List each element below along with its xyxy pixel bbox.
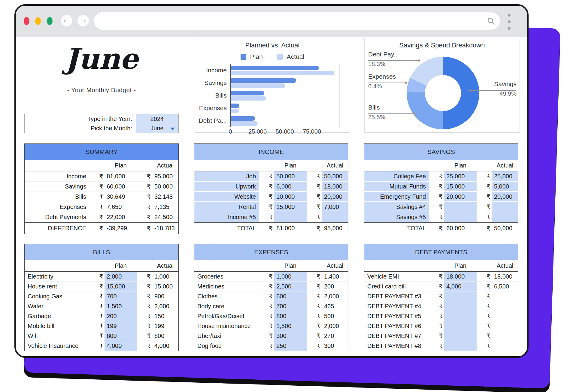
actual-value-cell[interactable]: 15,000 xyxy=(152,282,178,291)
plan-value-cell[interactable] xyxy=(444,301,477,311)
currency-symbol: ₹ xyxy=(307,272,322,281)
actual-value-cell[interactable] xyxy=(492,321,518,331)
currency-symbol: ₹ xyxy=(307,282,322,291)
actual-value-cell[interactable]: 24,500 xyxy=(152,212,178,222)
actual-value-cell[interactable]: 150 xyxy=(152,311,178,321)
actual-value-cell[interactable]: 18,000 xyxy=(322,182,348,191)
actual-value-cell[interactable]: 2,000 xyxy=(322,321,348,331)
plan-value-cell[interactable]: 700 xyxy=(274,301,307,311)
actual-value-cell[interactable] xyxy=(492,331,518,341)
actual-value-cell[interactable]: 5,000 xyxy=(492,182,518,191)
actual-value-cell[interactable]: 270 xyxy=(322,331,348,341)
plan-value-cell[interactable]: 7,650 xyxy=(105,202,137,212)
plan-value-cell[interactable]: 18,000 xyxy=(444,272,477,281)
actual-value-cell[interactable]: 18,000 xyxy=(492,272,518,281)
actual-value-cell[interactable] xyxy=(492,301,518,311)
actual-value-cell[interactable]: 200 xyxy=(322,282,348,291)
plan-value-cell[interactable] xyxy=(444,331,477,341)
plan-value-cell[interactable] xyxy=(444,311,477,321)
actual-column-header: Actual xyxy=(492,262,518,269)
actual-value-cell[interactable] xyxy=(492,341,518,351)
plan-value-cell[interactable]: 300 xyxy=(274,331,307,341)
actual-value-cell[interactable]: 6,500 xyxy=(492,282,518,291)
currency-symbol: ₹ xyxy=(477,192,492,201)
actual-value-cell[interactable] xyxy=(322,212,348,222)
plan-value-cell[interactable]: 15,000 xyxy=(105,282,137,291)
close-window-button[interactable] xyxy=(24,17,29,25)
plan-value-cell[interactable]: 15,000 xyxy=(444,182,477,191)
plan-value-cell[interactable] xyxy=(444,202,477,212)
actual-value-cell[interactable]: 500 xyxy=(322,311,348,321)
actual-value-cell[interactable]: 800 xyxy=(152,331,178,341)
actual-value-cell[interactable]: 2,000 xyxy=(152,301,178,311)
plan-value-cell[interactable]: 1,000 xyxy=(274,272,307,281)
search-icon[interactable] xyxy=(487,17,495,25)
actual-value-cell[interactable]: 7,000 xyxy=(322,202,348,212)
actual-value-cell[interactable]: 2,000 xyxy=(322,291,348,301)
actual-value-cell[interactable] xyxy=(492,291,518,301)
plan-value-cell[interactable]: 2,500 xyxy=(274,282,307,291)
plan-value-cell[interactable]: 81,000 xyxy=(105,171,137,181)
actual-value-cell[interactable]: 4,000 xyxy=(152,341,178,351)
plan-value-cell[interactable] xyxy=(444,291,477,301)
plan-value-cell[interactable]: 2,000 xyxy=(105,272,137,281)
actual-value-cell[interactable]: 465 xyxy=(322,301,348,311)
actual-value-cell[interactable]: 1,400 xyxy=(322,272,348,281)
plan-value-cell[interactable]: 1,500 xyxy=(105,301,137,311)
plan-value-cell[interactable]: 25,000 xyxy=(444,171,477,181)
actual-value-cell[interactable]: 32,148 xyxy=(152,192,178,202)
plan-value-cell[interactable]: 250 xyxy=(274,341,307,351)
plan-value-cell[interactable]: 10,000 xyxy=(274,192,307,201)
address-bar[interactable] xyxy=(94,12,500,30)
actual-value-cell[interactable] xyxy=(492,212,518,222)
plan-value-cell[interactable]: 50,000 xyxy=(274,171,307,181)
table-row: Income₹81,000₹95,000 xyxy=(25,171,178,182)
actual-value-cell[interactable]: 50,000 xyxy=(152,182,178,191)
plan-value-cell[interactable]: 700 xyxy=(105,291,137,301)
plan-value-cell[interactable]: 1,500 xyxy=(274,321,307,331)
currency-symbol: ₹ xyxy=(137,192,152,202)
maximize-window-button[interactable] xyxy=(47,17,53,25)
plan-value-cell[interactable]: 600 xyxy=(274,291,307,301)
forward-button[interactable]: → xyxy=(77,15,89,26)
plan-value-cell[interactable]: 30,649 xyxy=(105,192,137,202)
plan-value-cell[interactable] xyxy=(444,212,477,222)
plan-value-cell[interactable]: 200 xyxy=(105,311,137,321)
actual-value-cell[interactable]: 50,000 xyxy=(322,171,348,181)
currency-symbol: ₹ xyxy=(429,182,444,191)
month-dropdown[interactable]: June xyxy=(136,124,178,133)
currency-symbol: ₹ xyxy=(137,311,152,321)
actual-value-cell[interactable]: 20,000 xyxy=(492,192,518,201)
plan-value-cell[interactable]: 199 xyxy=(105,321,137,331)
actual-value-cell[interactable]: 300 xyxy=(322,341,348,351)
table-row: Mutual Funds₹15,000₹5,000 xyxy=(364,182,518,192)
plan-value-cell[interactable]: 800 xyxy=(105,331,137,341)
back-button[interactable]: ← xyxy=(61,15,72,26)
plan-value-cell[interactable]: 20,000 xyxy=(444,192,477,201)
table-row: Water₹1,500₹2,000 xyxy=(25,301,178,311)
plan-value-cell[interactable]: 22,000 xyxy=(105,212,137,222)
plan-value-cell[interactable]: 6,000 xyxy=(274,182,307,191)
actual-value-cell[interactable] xyxy=(492,202,518,212)
plan-value-cell[interactable] xyxy=(274,212,307,222)
plan-value-cell[interactable]: 800 xyxy=(274,311,307,321)
actual-value-cell[interactable]: 95,000 xyxy=(152,171,178,181)
actual-value-cell[interactable] xyxy=(492,311,518,321)
actual-value-cell[interactable]: 25,000 xyxy=(492,171,518,181)
plan-value-cell[interactable]: 15,000 xyxy=(274,202,307,212)
plan-value-cell[interactable] xyxy=(444,341,477,351)
menu-icon[interactable] xyxy=(508,14,511,34)
actual-value-cell[interactable]: 900 xyxy=(152,291,178,301)
actual-value-cell[interactable]: 20,000 xyxy=(322,192,348,201)
actual-value-cell[interactable]: 199 xyxy=(152,321,178,331)
row-label: Credit card bill xyxy=(364,282,429,291)
plan-value-cell[interactable]: 60,000 xyxy=(105,182,137,191)
plan-value-cell[interactable] xyxy=(444,321,477,331)
plan-column-header: Plan xyxy=(105,162,137,169)
actual-value-cell[interactable]: 1,000 xyxy=(152,272,178,281)
plan-value-cell[interactable]: 4,000 xyxy=(444,282,477,291)
plan-value-cell[interactable]: 4,000 xyxy=(105,341,137,351)
minimize-window-button[interactable] xyxy=(35,17,41,25)
year-input[interactable]: 2024 xyxy=(136,114,178,124)
actual-value-cell[interactable]: 7,135 xyxy=(152,202,178,212)
